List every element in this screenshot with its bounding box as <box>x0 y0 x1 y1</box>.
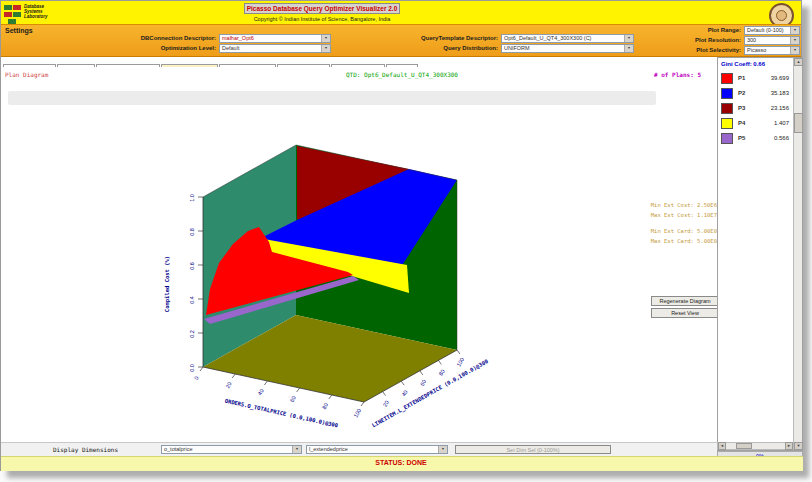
z-tick-label: 0.4 <box>189 296 195 304</box>
dimension-1-select[interactable]: o_totalprice <box>161 445 302 454</box>
y-tick-label: 20 <box>382 399 390 407</box>
legend-row-p4: P41.407 <box>721 118 793 131</box>
x-tick-mark <box>361 402 364 406</box>
set-dim-sel-button[interactable]: Set Dim Sel (0-100%) <box>455 445 611 454</box>
status-text: STATUS: DONE <box>1 459 801 466</box>
x-tick-mark <box>297 388 300 392</box>
plan-color-swatch <box>721 118 733 129</box>
x-tick-label: 100 <box>352 408 362 419</box>
y-tick-mark <box>420 371 423 375</box>
gini-coeff-label: Gini Coeff: 0.66 <box>721 61 765 67</box>
plan-color-swatch <box>721 133 733 144</box>
legend-horizontal-scrollbar[interactable]: ◄ ► <box>717 442 794 450</box>
plan-color-swatch <box>721 73 733 84</box>
plan-name: P4 <box>738 120 745 126</box>
y-tick-mark <box>401 381 404 385</box>
plan-name: P3 <box>738 105 745 111</box>
plan-color-swatch <box>721 88 733 99</box>
z-tick-label: 0.8 <box>189 228 195 236</box>
y-tick-label: 60 <box>419 379 427 387</box>
z-tick-label: 0.6 <box>189 262 195 270</box>
plan-area-percentage: 23.156 <box>771 105 789 111</box>
plan-name: P1 <box>738 75 745 81</box>
x-tick-label: 20 <box>224 381 232 389</box>
z-axis-label: Compiled Cost (%) <box>164 256 171 312</box>
plan-name: P2 <box>738 90 745 96</box>
plan-name: P5 <box>738 135 745 141</box>
y-tick-mark <box>383 392 386 396</box>
scroll-left-icon[interactable]: ◄ <box>718 442 726 450</box>
plan-area-percentage: 39.699 <box>771 75 789 81</box>
app-window: DatabaseSystemsLaboratory Picasso Databa… <box>0 0 802 471</box>
y-tick-mark <box>457 350 460 354</box>
y-tick-label: 80 <box>438 368 446 376</box>
display-dimensions-label: Display Dimensions <box>53 446 118 453</box>
plan-area-percentage: 1.407 <box>774 120 789 126</box>
plan-area-percentage: 35.183 <box>771 90 789 96</box>
x-tick-label: 40 <box>257 388 265 396</box>
z-tick-label: 0.0 <box>189 364 195 372</box>
y-tick-mark <box>438 360 441 364</box>
scrollbar-thumb[interactable] <box>794 113 803 133</box>
x-tick-label: 60 <box>289 395 297 403</box>
plan-legend-panel: Gini Coeff: 0.66 P139.699P235.183P323.15… <box>717 57 803 451</box>
scroll-down-icon[interactable]: ▼ <box>794 442 803 450</box>
dimension-2-select[interactable]: l_extendedprice <box>306 445 448 454</box>
plan-area-percentage: 0.566 <box>774 135 789 141</box>
x-tick-label: 0 <box>193 375 200 381</box>
x-tick-mark <box>232 374 235 378</box>
x-tick-mark <box>200 367 203 371</box>
z-tick-label: 0.2 <box>189 330 195 338</box>
x-axis-label: ORDERS.O_TOTALPRICE (0.0,100.0)@300 <box>224 398 339 430</box>
legend-row-p1: P139.699 <box>721 73 793 86</box>
x-tick-mark <box>329 395 332 399</box>
x-tick-label: 80 <box>321 402 329 410</box>
scroll-up-icon[interactable]: ▲ <box>794 58 803 66</box>
legend-row-p2: P235.183 <box>721 88 793 101</box>
plan-color-swatch <box>721 103 733 114</box>
scroll-right-icon[interactable]: ► <box>785 442 793 450</box>
x-tick-mark <box>264 381 267 385</box>
cost-surface-3d-plot: 0.00.20.40.60.81.00204060801002040608010… <box>1 1 803 472</box>
legend-row-p3: P323.156 <box>721 103 793 116</box>
y-tick-label: 40 <box>400 389 408 397</box>
legend-row-p5: P50.566 <box>721 133 793 146</box>
hscrollbar-thumb[interactable] <box>736 443 752 449</box>
y-tick-label: 100 <box>455 357 465 368</box>
z-tick-label: 1.0 <box>189 194 195 202</box>
legend-vertical-scrollbar[interactable]: ▲ ▼ <box>793 58 802 450</box>
